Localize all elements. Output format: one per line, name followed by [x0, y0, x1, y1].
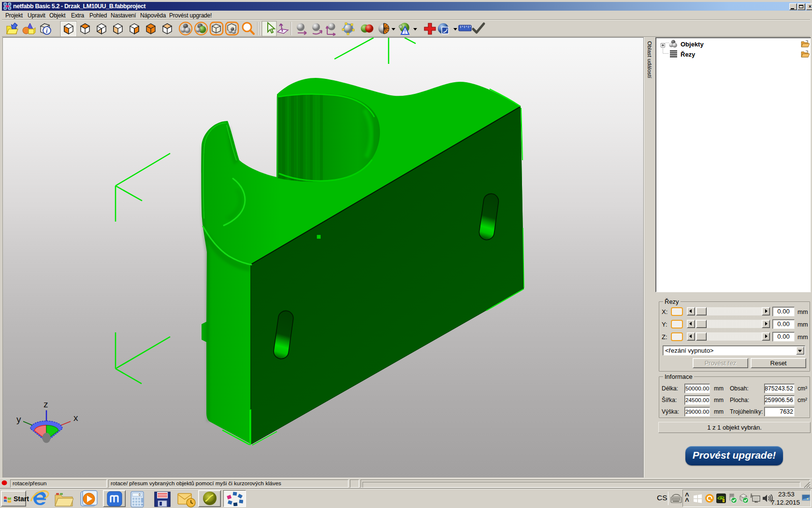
svg-text:!: ! [723, 499, 724, 502]
svg-text:z: z [44, 399, 48, 409]
svg-text:y: y [16, 414, 21, 424]
svg-text:x: x [73, 413, 78, 423]
svg-text:!: ! [404, 29, 406, 34]
svg-text:0: 0 [139, 493, 141, 496]
